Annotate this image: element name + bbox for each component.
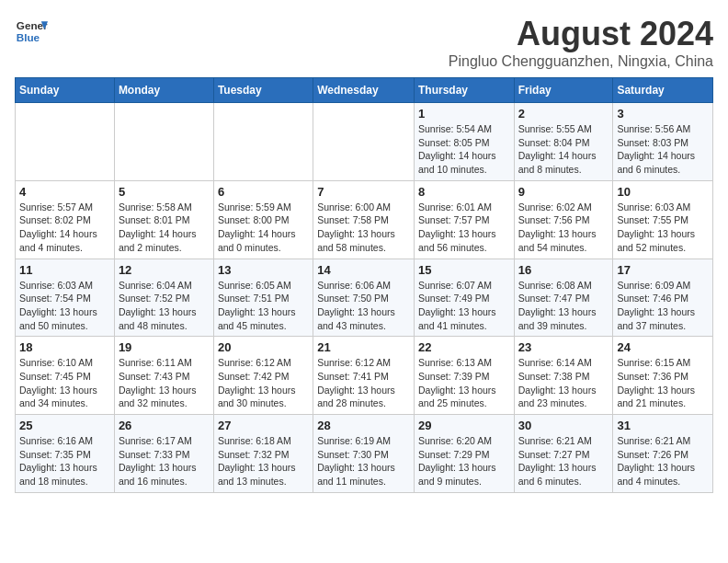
day-number: 17	[617, 263, 709, 277]
header-cell-saturday: Saturday	[613, 78, 713, 103]
day-cell: 1Sunrise: 5:54 AM Sunset: 8:05 PM Daylig…	[414, 103, 514, 181]
day-number: 9	[518, 185, 609, 199]
day-info: Sunrise: 6:21 AM Sunset: 7:26 PM Dayligh…	[617, 434, 709, 488]
day-number: 21	[317, 340, 410, 354]
day-number: 24	[617, 340, 709, 354]
day-number: 20	[218, 340, 309, 354]
header-cell-monday: Monday	[114, 78, 213, 103]
day-number: 28	[317, 419, 410, 432]
day-info: Sunrise: 6:16 AM Sunset: 7:35 PM Dayligh…	[19, 434, 110, 488]
day-info: Sunrise: 5:55 AM Sunset: 8:04 PM Dayligh…	[518, 122, 609, 177]
day-info: Sunrise: 5:57 AM Sunset: 8:02 PM Dayligh…	[19, 201, 110, 255]
day-cell: 20Sunrise: 6:12 AM Sunset: 7:42 PM Dayli…	[213, 337, 313, 415]
day-number: 1	[418, 107, 510, 121]
day-number: 13	[218, 263, 309, 277]
day-number: 31	[617, 419, 709, 432]
day-info: Sunrise: 5:54 AM Sunset: 8:05 PM Dayligh…	[418, 122, 510, 177]
day-cell: 2Sunrise: 5:55 AM Sunset: 8:04 PM Daylig…	[514, 103, 613, 181]
day-cell	[213, 103, 313, 181]
logo-icon: General Blue	[15, 15, 48, 48]
subtitle: Pingluo Chengguanzhen, Ningxia, China	[449, 53, 713, 70]
day-cell	[16, 103, 115, 181]
day-cell: 28Sunrise: 6:19 AM Sunset: 7:30 PM Dayli…	[313, 415, 415, 493]
title-block: August 2024 Pingluo Chengguanzhen, Ningx…	[449, 15, 713, 70]
day-info: Sunrise: 6:06 AM Sunset: 7:50 PM Dayligh…	[317, 279, 410, 333]
week-row-2: 4Sunrise: 5:57 AM Sunset: 8:02 PM Daylig…	[16, 180, 713, 259]
day-number: 14	[317, 263, 410, 277]
day-number: 23	[518, 340, 609, 354]
day-number: 15	[418, 263, 510, 277]
day-number: 11	[19, 263, 110, 277]
calendar-table: SundayMondayTuesdayWednesdayThursdayFrid…	[15, 77, 713, 493]
day-info: Sunrise: 5:58 AM Sunset: 8:01 PM Dayligh…	[119, 201, 210, 255]
day-cell: 30Sunrise: 6:21 AM Sunset: 7:27 PM Dayli…	[514, 415, 613, 493]
week-row-3: 11Sunrise: 6:03 AM Sunset: 7:54 PM Dayli…	[16, 259, 713, 337]
day-number: 4	[19, 185, 110, 199]
calendar-body: 1Sunrise: 5:54 AM Sunset: 8:05 PM Daylig…	[16, 103, 713, 493]
day-cell: 13Sunrise: 6:05 AM Sunset: 7:51 PM Dayli…	[213, 259, 313, 337]
svg-text:Blue: Blue	[17, 31, 40, 43]
day-info: Sunrise: 6:04 AM Sunset: 7:52 PM Dayligh…	[119, 279, 210, 333]
day-info: Sunrise: 6:21 AM Sunset: 7:27 PM Dayligh…	[518, 434, 609, 488]
day-info: Sunrise: 6:03 AM Sunset: 7:54 PM Dayligh…	[19, 279, 110, 333]
header-row: SundayMondayTuesdayWednesdayThursdayFrid…	[16, 78, 713, 103]
day-info: Sunrise: 6:12 AM Sunset: 7:41 PM Dayligh…	[317, 356, 410, 410]
day-cell: 16Sunrise: 6:08 AM Sunset: 7:47 PM Dayli…	[514, 259, 613, 337]
day-cell: 9Sunrise: 6:02 AM Sunset: 7:56 PM Daylig…	[514, 180, 613, 259]
day-number: 30	[518, 419, 609, 432]
day-cell: 4Sunrise: 5:57 AM Sunset: 8:02 PM Daylig…	[16, 180, 115, 259]
day-info: Sunrise: 6:19 AM Sunset: 7:30 PM Dayligh…	[317, 434, 410, 488]
day-info: Sunrise: 6:10 AM Sunset: 7:45 PM Dayligh…	[19, 356, 110, 410]
day-info: Sunrise: 6:17 AM Sunset: 7:33 PM Dayligh…	[119, 434, 210, 488]
day-cell: 23Sunrise: 6:14 AM Sunset: 7:38 PM Dayli…	[514, 337, 613, 415]
day-number: 3	[617, 107, 709, 121]
page-header: General Blue August 2024 Pingluo Chenggu…	[15, 15, 713, 70]
day-info: Sunrise: 6:05 AM Sunset: 7:51 PM Dayligh…	[218, 279, 309, 333]
day-info: Sunrise: 6:07 AM Sunset: 7:49 PM Dayligh…	[418, 279, 510, 333]
day-cell: 3Sunrise: 5:56 AM Sunset: 8:03 PM Daylig…	[613, 103, 713, 181]
day-cell	[313, 103, 415, 181]
day-number: 16	[518, 263, 609, 277]
logo: General Blue	[15, 15, 48, 48]
day-cell: 8Sunrise: 6:01 AM Sunset: 7:57 PM Daylig…	[414, 180, 514, 259]
day-info: Sunrise: 6:09 AM Sunset: 7:46 PM Dayligh…	[617, 279, 709, 333]
day-info: Sunrise: 6:00 AM Sunset: 7:58 PM Dayligh…	[317, 201, 410, 255]
day-cell: 15Sunrise: 6:07 AM Sunset: 7:49 PM Dayli…	[414, 259, 514, 337]
week-row-5: 25Sunrise: 6:16 AM Sunset: 7:35 PM Dayli…	[16, 415, 713, 493]
header-cell-friday: Friday	[514, 78, 613, 103]
day-info: Sunrise: 6:11 AM Sunset: 7:43 PM Dayligh…	[119, 356, 210, 410]
day-info: Sunrise: 5:59 AM Sunset: 8:00 PM Dayligh…	[218, 201, 309, 255]
day-info: Sunrise: 6:13 AM Sunset: 7:39 PM Dayligh…	[418, 356, 510, 410]
header-cell-wednesday: Wednesday	[313, 78, 415, 103]
day-cell: 24Sunrise: 6:15 AM Sunset: 7:36 PM Dayli…	[613, 337, 713, 415]
day-info: Sunrise: 6:02 AM Sunset: 7:56 PM Dayligh…	[518, 201, 609, 255]
day-number: 12	[119, 263, 210, 277]
day-info: Sunrise: 6:18 AM Sunset: 7:32 PM Dayligh…	[218, 434, 309, 488]
day-number: 18	[19, 340, 110, 354]
day-cell: 18Sunrise: 6:10 AM Sunset: 7:45 PM Dayli…	[16, 337, 115, 415]
day-cell: 31Sunrise: 6:21 AM Sunset: 7:26 PM Dayli…	[613, 415, 713, 493]
day-cell: 7Sunrise: 6:00 AM Sunset: 7:58 PM Daylig…	[313, 180, 415, 259]
day-cell: 26Sunrise: 6:17 AM Sunset: 7:33 PM Dayli…	[114, 415, 213, 493]
day-cell: 29Sunrise: 6:20 AM Sunset: 7:29 PM Dayli…	[414, 415, 514, 493]
day-info: Sunrise: 6:03 AM Sunset: 7:55 PM Dayligh…	[617, 201, 709, 255]
day-number: 27	[218, 419, 309, 432]
week-row-1: 1Sunrise: 5:54 AM Sunset: 8:05 PM Daylig…	[16, 103, 713, 181]
day-cell: 25Sunrise: 6:16 AM Sunset: 7:35 PM Dayli…	[16, 415, 115, 493]
day-cell: 12Sunrise: 6:04 AM Sunset: 7:52 PM Dayli…	[114, 259, 213, 337]
day-info: Sunrise: 6:01 AM Sunset: 7:57 PM Dayligh…	[418, 201, 510, 255]
day-number: 5	[119, 185, 210, 199]
header-cell-sunday: Sunday	[16, 78, 115, 103]
main-title: August 2024	[449, 15, 713, 53]
calendar-header: SundayMondayTuesdayWednesdayThursdayFrid…	[16, 78, 713, 103]
day-cell: 10Sunrise: 6:03 AM Sunset: 7:55 PM Dayli…	[613, 180, 713, 259]
day-cell: 27Sunrise: 6:18 AM Sunset: 7:32 PM Dayli…	[213, 415, 313, 493]
day-info: Sunrise: 6:12 AM Sunset: 7:42 PM Dayligh…	[218, 356, 309, 410]
day-cell: 19Sunrise: 6:11 AM Sunset: 7:43 PM Dayli…	[114, 337, 213, 415]
day-cell: 22Sunrise: 6:13 AM Sunset: 7:39 PM Dayli…	[414, 337, 514, 415]
day-cell: 6Sunrise: 5:59 AM Sunset: 8:00 PM Daylig…	[213, 180, 313, 259]
day-number: 8	[418, 185, 510, 199]
day-info: Sunrise: 5:56 AM Sunset: 8:03 PM Dayligh…	[617, 122, 709, 177]
day-number: 25	[19, 419, 110, 432]
day-cell: 5Sunrise: 5:58 AM Sunset: 8:01 PM Daylig…	[114, 180, 213, 259]
